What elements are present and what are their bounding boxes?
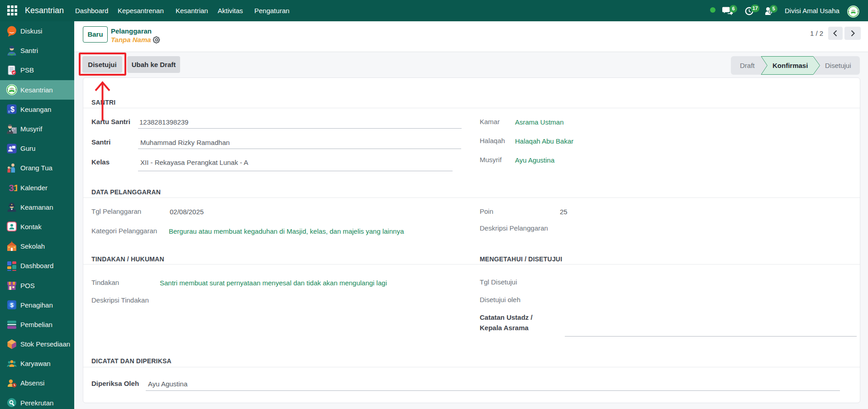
- svg-text:1: 1: [14, 183, 17, 193]
- svg-text:$: $: [10, 302, 14, 308]
- svg-text:$: $: [10, 106, 14, 113]
